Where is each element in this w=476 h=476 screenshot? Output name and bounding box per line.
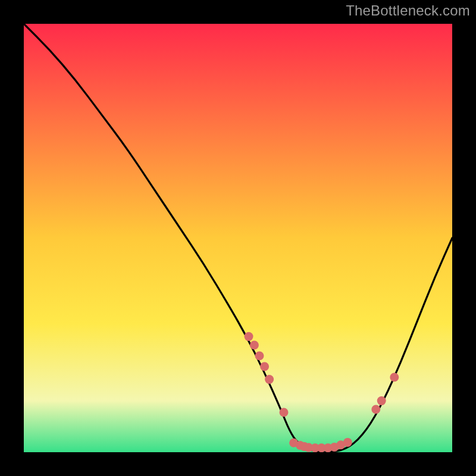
data-dot [260,362,269,371]
data-dot [343,438,352,447]
plot-area [24,24,452,452]
chart-svg [24,24,452,452]
chart-container: TheBottleneck.com [0,0,476,476]
gradient-background [24,24,452,452]
data-dot [377,396,386,405]
data-dot [255,352,264,361]
data-dot [390,373,399,382]
data-dot [371,405,380,414]
data-dot [250,341,259,350]
watermark-text: TheBottleneck.com [346,2,470,19]
data-dot [245,332,253,341]
data-dot [280,408,289,417]
data-dot [265,375,274,384]
